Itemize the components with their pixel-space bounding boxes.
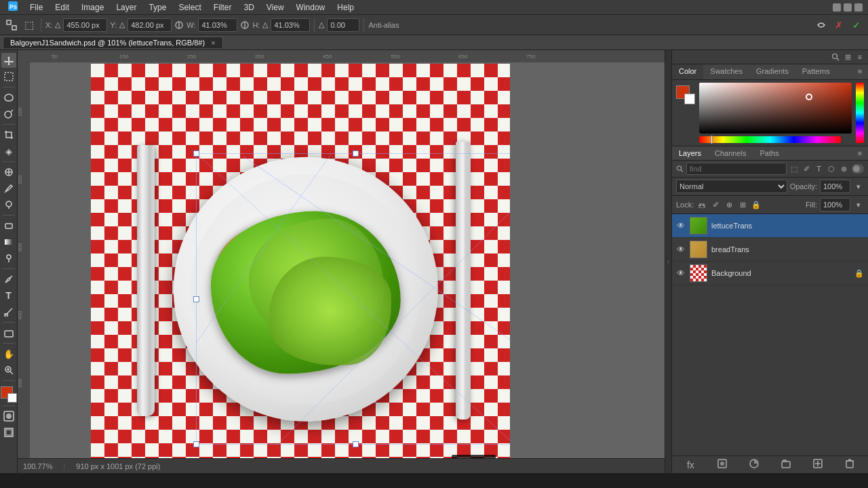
menu-file[interactable]: File <box>24 1 48 14</box>
more-options-btn[interactable]: ≡ <box>854 52 865 62</box>
lasso-tool[interactable] <box>1 90 16 105</box>
dodge-tool[interactable] <box>1 251 16 266</box>
active-tab[interactable]: BalgoyenJ1Sandwich.psd @ 101% (lettuceTr… <box>3 37 223 48</box>
commit-cancel-btn[interactable]: ✗ <box>831 18 846 33</box>
eraser-tool[interactable] <box>1 218 16 233</box>
layer-item-lettuce[interactable]: 👁 lettuceTrans <box>672 214 868 238</box>
quick-select-tool[interactable] <box>1 106 16 121</box>
x-input[interactable] <box>63 18 107 32</box>
filter-shape-btn[interactable]: ⬡ <box>827 163 836 174</box>
shape-tool[interactable] <box>1 325 16 340</box>
layer-group-btn[interactable] <box>771 459 800 470</box>
layer-eye-lettuce[interactable]: 👁 <box>676 221 686 230</box>
tab-layers[interactable]: Layers <box>672 146 708 160</box>
search-top-btn[interactable] <box>830 52 841 62</box>
fill-input[interactable] <box>820 198 850 211</box>
menu-edit[interactable]: Edit <box>50 1 75 14</box>
canvas-area[interactable]: 50 150 250 350 450 550 650 750 100 200 3… <box>18 50 665 473</box>
hand-tool[interactable]: ✋ <box>1 346 16 361</box>
bg-color-swatch[interactable] <box>7 393 17 403</box>
fill-menu-btn[interactable]: ▾ <box>853 199 864 210</box>
filter-pixel-btn[interactable]: ⬚ <box>789 163 799 174</box>
tab-paths[interactable]: Paths <box>753 146 786 160</box>
menu-layer[interactable]: Layer <box>111 1 142 14</box>
menu-view[interactable]: View <box>261 1 290 14</box>
crop-tool[interactable] <box>1 127 16 142</box>
link-wh-btn[interactable] <box>240 20 250 30</box>
layer-eye-background[interactable]: 👁 <box>676 268 686 278</box>
transform-mode-btn[interactable]: ⬚ <box>22 18 37 33</box>
handle-bc[interactable] <box>353 441 359 447</box>
menu-image[interactable]: Image <box>76 1 109 14</box>
marquee-tool[interactable] <box>1 69 16 84</box>
zoom-tool[interactable] <box>1 363 16 378</box>
clone-tool[interactable] <box>1 197 16 212</box>
lock-artboard-btn[interactable]: ⊕ <box>724 199 734 210</box>
link-xy-btn[interactable] <box>174 20 184 30</box>
lock-all-btn[interactable]: 🔒 <box>751 199 762 210</box>
handle-tc[interactable] <box>353 150 359 157</box>
path-tool[interactable] <box>1 304 16 319</box>
handle-bl[interactable] <box>193 441 199 447</box>
hue-slider-handle[interactable] <box>711 136 713 144</box>
tab-color[interactable]: Color <box>672 64 703 79</box>
minimize-btn[interactable] <box>833 3 841 12</box>
layer-item-background[interactable]: 👁 Background 🔒 <box>672 262 868 285</box>
menu-ps[interactable]: Ps <box>3 0 23 14</box>
menu-window[interactable]: Window <box>291 1 331 14</box>
filter-smart-btn[interactable]: ⊕ <box>839 163 848 174</box>
text-tool[interactable]: T <box>1 288 16 303</box>
warp-btn[interactable] <box>814 18 829 33</box>
hue-slider[interactable] <box>699 136 841 143</box>
filter-type-btn[interactable]: T <box>814 163 824 174</box>
lock-image-btn[interactable]: ✐ <box>710 199 721 210</box>
quick-mask-btn[interactable] <box>1 409 16 424</box>
lock-position-btn[interactable]: ⊞ <box>737 199 748 210</box>
handle-tl[interactable] <box>193 150 199 157</box>
hue-strip-v[interactable] <box>856 83 864 143</box>
layer-mask-btn[interactable] <box>708 459 737 470</box>
layers-search-input[interactable] <box>686 163 787 175</box>
menu-filter[interactable]: Filter <box>208 1 237 14</box>
close-btn[interactable] <box>854 3 863 12</box>
menu-3d[interactable]: 3D <box>238 1 259 14</box>
commit-btn[interactable]: ✓ <box>849 18 864 33</box>
layer-delete-btn[interactable] <box>835 459 864 470</box>
layer-item-bread[interactable]: 👁 breadTrans <box>672 238 868 262</box>
pen-tool[interactable] <box>1 272 16 287</box>
tool-shape-opt[interactable] <box>4 18 19 33</box>
color-panel-menu[interactable]: ≡ <box>854 66 865 77</box>
heal-tool[interactable] <box>1 165 16 180</box>
w-input[interactable] <box>198 18 237 32</box>
brush-tool[interactable] <box>1 181 16 196</box>
tab-patterns[interactable]: Patterns <box>795 64 837 79</box>
saturation-lightness-picker[interactable] <box>699 83 852 134</box>
tab-swatches[interactable]: Swatches <box>703 64 749 79</box>
bg-color-btn[interactable] <box>684 94 695 104</box>
eyedropper-tool[interactable]: ◈ <box>1 144 16 159</box>
opacity-menu-btn[interactable]: ▾ <box>853 181 864 192</box>
blend-mode-select[interactable]: Normal <box>676 180 787 193</box>
menu-help[interactable]: Help <box>332 1 359 14</box>
menu-type[interactable]: Type <box>143 1 172 14</box>
angle-input[interactable] <box>327 18 359 32</box>
layer-adj-btn[interactable] <box>740 459 769 470</box>
lock-transparent-btn[interactable] <box>696 199 707 210</box>
filter-toggle[interactable] <box>852 164 864 174</box>
arrange-panels-btn[interactable]: ⊞ <box>842 52 853 62</box>
menu-select[interactable]: Select <box>173 1 206 14</box>
tab-close-btn[interactable]: × <box>211 39 215 47</box>
collapse-handle[interactable]: ‹ <box>665 50 671 473</box>
y-input[interactable] <box>127 18 172 32</box>
gradient-tool[interactable] <box>1 235 16 249</box>
move-tool[interactable] <box>1 53 16 68</box>
h-input[interactable] <box>271 18 310 32</box>
layers-panel-menu[interactable]: ≡ <box>854 148 865 159</box>
opacity-input[interactable] <box>820 180 850 193</box>
layer-fx-btn[interactable]: fx <box>676 460 705 470</box>
canvas-content[interactable]: W: 656 px H: 495 px <box>91 64 510 473</box>
filter-adjust-btn[interactable]: ✐ <box>802 163 811 174</box>
maximize-btn[interactable] <box>844 3 852 12</box>
color-selector[interactable] <box>1 386 17 403</box>
layer-eye-bread[interactable]: 👁 <box>676 245 686 254</box>
